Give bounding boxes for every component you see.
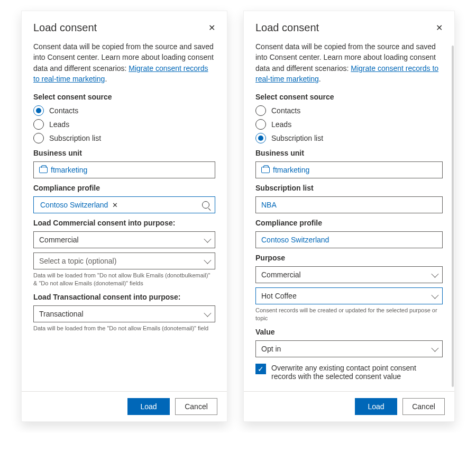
radio-icon [255,119,266,130]
radio-icon [255,133,266,143]
subscription-list-label: Subscription list [255,184,443,192]
scrollbar[interactable] [452,46,454,387]
transactional-purpose-label: Load Transactional consent into purpose: [33,293,215,301]
commercial-helper-text: Data will be loaded from "Do not allow B… [33,272,215,287]
panel-footer: Load Cancel [244,391,454,421]
topic-select[interactable]: Hot Coffee [255,287,443,304]
chevron-down-icon [431,344,438,351]
value-label: Value [255,328,443,336]
load-consent-panel-contacts: Load consent ✕ Consent data will be copi… [21,11,227,422]
panel-footer: Load Cancel [22,391,227,421]
radio-contacts[interactable]: Contacts [33,105,215,116]
panel-title: Load consent [33,22,97,34]
compliance-profile-label: Compliance profile [255,219,443,227]
business-unit-field[interactable]: ftmarketing [33,161,215,178]
cancel-button[interactable]: Cancel [175,398,217,415]
overwrite-checkbox-row[interactable]: ✓ Overwrite any existing contact point c… [255,364,443,381]
business-unit-label: Business unit [255,149,443,157]
radio-label: Contacts [49,106,78,115]
radio-subscription-list[interactable]: Subscription list [255,133,443,143]
source-label: Select consent source [255,93,443,101]
radio-leads[interactable]: Leads [255,119,443,130]
overwrite-label: Overwrite any existing contact point con… [271,364,443,381]
radio-label: Contacts [271,106,300,115]
commercial-topic-select[interactable]: Select a topic (optional) [33,252,215,269]
panel-title: Load consent [255,22,319,34]
purpose-select[interactable]: Commercial [255,266,443,283]
radio-icon [33,133,44,143]
radio-subscription-list[interactable]: Subscription list [33,133,215,143]
chevron-down-icon [204,236,211,243]
close-button[interactable]: ✕ [436,24,443,32]
compliance-profile-field[interactable]: Contoso Switzerland ✕ [33,196,215,213]
compliance-profile-field[interactable]: Contoso Switzerland [255,231,443,248]
radio-icon [33,119,44,130]
business-unit-field[interactable]: ftmarketing [255,161,443,178]
close-button[interactable]: ✕ [208,24,215,32]
chevron-down-icon [431,270,438,278]
radio-leads[interactable]: Leads [33,119,215,130]
briefcase-icon [39,167,48,173]
radio-contacts[interactable]: Contacts [255,105,443,116]
checkbox-checked-icon: ✓ [255,364,266,374]
purpose-helper-text: Consent records will be created or updat… [255,306,443,322]
chevron-down-icon [204,309,211,317]
intro-text: Consent data will be copied from the sou… [33,41,215,84]
business-unit-label: Business unit [33,149,215,157]
subscription-list-field[interactable]: NBA [255,196,443,213]
intro-text: Consent data will be copied from the sou… [255,41,443,84]
radio-label: Leads [271,120,291,129]
load-button[interactable]: Load [355,398,397,415]
compliance-profile-label: Compliance profile [33,184,215,192]
radio-icon [33,105,44,116]
chevron-down-icon [431,292,438,299]
compliance-profile-tag: Contoso Switzerland ✕ [39,201,118,209]
radio-label: Subscription list [49,134,101,142]
commercial-purpose-label: Load Commercial consent into purpose: [33,219,215,227]
cancel-button[interactable]: Cancel [402,398,445,415]
radio-label: Subscription list [271,134,323,142]
radio-label: Leads [49,120,69,129]
load-button[interactable]: Load [127,398,170,415]
commercial-purpose-select[interactable]: Commercial [33,231,215,248]
briefcase-icon [261,167,270,173]
transactional-purpose-select[interactable]: Transactional [33,305,215,322]
purpose-label: Purpose [255,254,443,262]
source-label: Select consent source [33,93,215,101]
search-icon[interactable] [202,201,209,209]
remove-tag-icon[interactable]: ✕ [112,201,118,209]
load-consent-panel-subscription: Load consent ✕ Consent data will be copi… [243,11,455,422]
value-select[interactable]: Opt in [255,340,443,357]
chevron-down-icon [204,257,211,264]
transactional-helper-text: Data will be loaded from the "Do not all… [33,324,215,332]
radio-icon [255,105,266,116]
